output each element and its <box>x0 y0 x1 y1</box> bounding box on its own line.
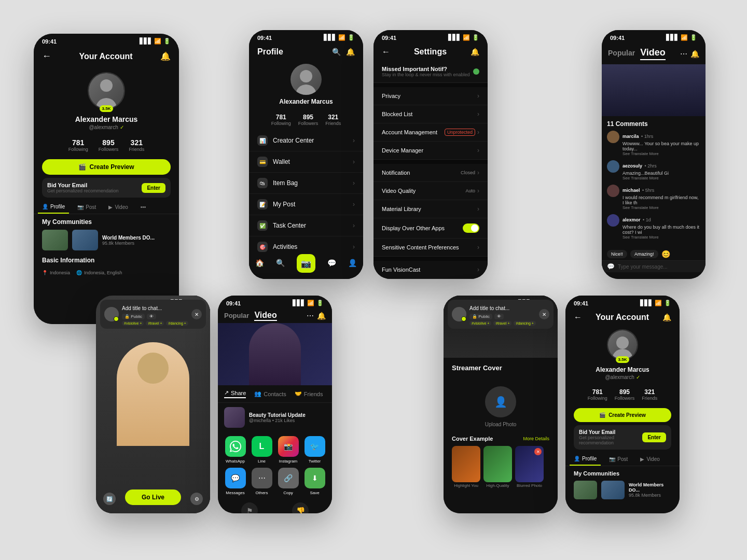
back-icon-8[interactable]: ← <box>574 313 582 322</box>
others-app-icon: ⋯ <box>252 468 272 488</box>
cover-example-2[interactable]: High-Quality <box>483 446 512 488</box>
settings-notification[interactable]: Notification Closed › <box>374 164 488 182</box>
settings-live-icon[interactable]: ⚙ <box>190 493 203 505</box>
menu-item-bag[interactable]: 🛍 Item Bag › <box>249 173 363 194</box>
stat8-followers[interactable]: 895 Followers <box>615 388 635 401</box>
community-item-8[interactable]: World Members DO... 95.8k Members <box>565 479 680 501</box>
enter-btn-8[interactable]: Enter <box>642 432 666 442</box>
visibility-badge[interactable]: 👁 <box>147 314 156 319</box>
more-details-link[interactable]: More Details <box>523 436 549 441</box>
display-over-toggle[interactable] <box>463 223 479 233</box>
community-list-item[interactable]: World Members DO... 95.8k Members <box>34 228 179 253</box>
cover-example-3[interactable]: ✕ Blurred Photo <box>515 446 544 488</box>
back-icon-settings[interactable]: ← <box>382 47 390 57</box>
nav-home[interactable]: 🏠 <box>255 258 264 273</box>
search-icon[interactable]: 🔍 <box>332 48 341 56</box>
go-live-button[interactable]: Go Live <box>125 489 181 505</box>
app-others[interactable]: ⋯ Others <box>251 468 273 495</box>
settings-account-mgmt[interactable]: Account Management Unprotected › <box>374 123 488 142</box>
app-line[interactable]: L Line <box>251 436 273 464</box>
back-icon[interactable]: ← <box>42 51 51 62</box>
public-badge-7[interactable]: 🔒 Public <box>469 314 492 319</box>
app-save[interactable]: ⬇ Save <box>303 468 326 495</box>
tab-popular[interactable]: Popular <box>608 49 635 57</box>
camera-flip-icon[interactable]: 🔄 <box>103 493 116 505</box>
reaction-nice[interactable]: Nice!! <box>607 250 627 258</box>
vis-badge-7[interactable]: 👁 <box>494 314 504 319</box>
stat-followers[interactable]: 895 Followers <box>99 138 119 152</box>
create-preview-button-8[interactable]: 🎬 Create Preview <box>574 408 671 422</box>
bell-icon-6[interactable]: 🔔 <box>317 312 326 320</box>
share-tab-contacts[interactable]: 👥 Contacts <box>254 389 286 398</box>
enter-email-button[interactable]: Enter <box>142 183 165 193</box>
user-avatar[interactable] <box>88 72 125 109</box>
tab-video-8[interactable]: ▶Video <box>636 453 663 466</box>
stat8-friends[interactable]: 321 Friends <box>642 388 657 401</box>
delete-cover-icon[interactable]: ✕ <box>534 448 542 455</box>
nav-profile[interactable]: 👤 <box>348 258 357 273</box>
tab-post-8[interactable]: 📷Post <box>605 453 632 466</box>
app-whatsapp[interactable]: WhatsApp <box>224 436 246 464</box>
nav-messages[interactable]: 💬 <box>327 258 336 273</box>
upload-photo-text[interactable]: Upload Photo <box>485 422 517 427</box>
close-popup-7[interactable]: ✕ <box>539 309 549 319</box>
nav-discover[interactable]: 🔍 <box>276 258 285 273</box>
video-tab-active[interactable]: Video <box>254 311 276 321</box>
popular-tab[interactable]: Popular <box>224 312 249 319</box>
settings-display-over[interactable]: Display Over Other Apps <box>374 218 488 239</box>
stat2-followers[interactable]: 895 Followers <box>298 114 319 126</box>
menu-wallet[interactable]: 💳 Wallet › <box>249 151 363 173</box>
settings-visioncast[interactable]: Fun VisionCast › <box>374 261 488 279</box>
share-tab-share[interactable]: ↗ Share <box>224 389 246 398</box>
tab-video-active[interactable]: Video <box>640 47 666 60</box>
dislike-action[interactable]: 👎 Dislike <box>292 502 309 513</box>
reaction-amazing[interactable]: Amazing! <box>630 250 658 258</box>
stat2-friends[interactable]: 321 Friends <box>325 114 341 126</box>
tab-profile-8[interactable]: 👤Profile <box>570 453 601 466</box>
notification-icon-video[interactable]: 🔔 <box>690 50 699 58</box>
menu-my-post[interactable]: 📝 My Post › <box>249 194 363 215</box>
menu-task-center[interactable]: ✅ Task Center › <box>249 215 363 236</box>
app-messages[interactable]: 💬 Messages <box>224 468 246 495</box>
bell-icon[interactable]: 🔔 <box>160 51 171 61</box>
tab-post[interactable]: 📷Post <box>73 201 100 214</box>
avatar-2[interactable] <box>290 64 322 95</box>
stat-following[interactable]: 781 Following <box>68 138 88 152</box>
settings-device[interactable]: Device Manager › <box>374 142 488 160</box>
more-options-icon[interactable]: ⋯ <box>680 50 687 58</box>
cover-example-title: Cover Example <box>452 436 493 442</box>
nav-record[interactable]: 📷 <box>297 258 315 273</box>
report-action[interactable]: ⚑ Report <box>241 502 258 513</box>
settings-video-quality[interactable]: Video Quality Auto › <box>374 182 488 200</box>
cover-example-1[interactable]: Highlight You <box>452 446 480 488</box>
tab-more[interactable]: ••• <box>136 201 150 214</box>
public-badge[interactable]: 🔒 Public <box>122 314 145 319</box>
settings-blocked[interactable]: Blocked List › <box>374 105 488 123</box>
share-tab-friends[interactable]: 🤝 Friends <box>295 389 323 398</box>
record-button[interactable]: 📷 <box>297 254 315 273</box>
settings-sensitive[interactable]: Sensitive Content Preferences › <box>374 239 488 257</box>
notification-icon-settings[interactable]: 🔔 <box>471 48 479 56</box>
stat8-following[interactable]: 781 Following <box>588 388 607 401</box>
hashtags-7: #visiolive + #travel + #dancing + <box>469 321 536 326</box>
message-input-placeholder[interactable]: Type your message... <box>618 264 668 270</box>
reaction-emoji[interactable]: 😊 <box>661 250 670 258</box>
app-instagram[interactable]: 📸 Instagram <box>277 436 299 464</box>
tab-profile[interactable]: 👤Profile <box>38 201 69 214</box>
bell-icon-8[interactable]: 🔔 <box>662 313 671 321</box>
tab-video[interactable]: ▶Video <box>104 201 132 214</box>
settings-privacy[interactable]: Privacy › <box>374 87 488 105</box>
stat-friends[interactable]: 321 Friends <box>129 138 144 152</box>
create-preview-button[interactable]: 🎬 Create Preview <box>42 159 171 175</box>
settings-material-lib[interactable]: Material Library › <box>374 200 488 218</box>
avatar-8[interactable] <box>607 329 638 360</box>
app-copy[interactable]: 🔗 Copy <box>277 468 299 495</box>
notification-toggle[interactable] <box>473 68 479 75</box>
close-popup-button[interactable]: ✕ <box>191 309 202 319</box>
friends-icon: 🤝 <box>295 390 302 397</box>
notification-icon[interactable]: 🔔 <box>346 48 355 56</box>
app-twitter[interactable]: 🐦 Twitter <box>303 436 326 464</box>
stat2-following[interactable]: 781 Following <box>271 114 291 126</box>
menu-creator-center[interactable]: 📊 Creator Center › <box>249 130 363 151</box>
options-icon-6[interactable]: ⋯ <box>307 312 314 320</box>
